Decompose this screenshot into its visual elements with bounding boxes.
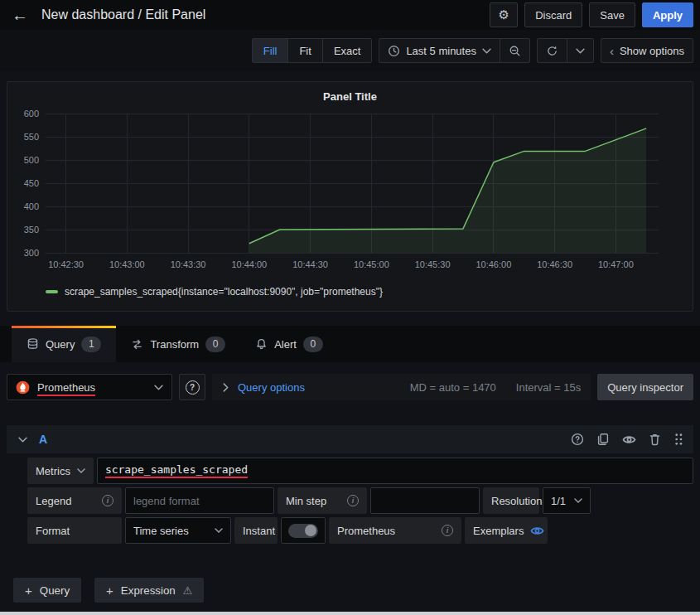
- clock-icon: [388, 45, 400, 57]
- view-mode-group: Fill Fit Exact: [252, 38, 373, 63]
- tab-alert[interactable]: Alert 0: [240, 326, 338, 362]
- editor-tabbar: Query 1 Transform 0 Alert 0: [0, 326, 700, 362]
- discard-button[interactable]: Discard: [524, 2, 582, 27]
- refresh-button[interactable]: [538, 39, 567, 62]
- min-step-field-label: Min step i: [278, 487, 367, 514]
- zoom-out-button[interactable]: [500, 39, 529, 62]
- view-mode-fit[interactable]: Fit: [287, 39, 321, 62]
- series-area-fill: [249, 128, 646, 253]
- legend-item[interactable]: scrape_samples_scraped{instance="localho…: [46, 286, 684, 298]
- delete-query-button[interactable]: [649, 433, 661, 446]
- metrics-label: Metrics: [36, 465, 70, 477]
- transform-icon: [131, 338, 143, 351]
- datasource-help-button[interactable]: ?: [179, 374, 205, 400]
- legend-format-input[interactable]: [133, 495, 266, 507]
- format-select[interactable]: Time series: [125, 517, 231, 544]
- chevron-down-icon: [574, 498, 582, 503]
- back-arrow-icon[interactable]: ←: [12, 7, 28, 23]
- legend-field-label: Legend i: [27, 487, 122, 514]
- x-axis-tick-label: 10:46:00: [476, 259, 511, 269]
- panel-settings-button[interactable]: ⚙: [490, 2, 518, 27]
- panel-preview: Panel Title 30035040045050055060010:42:3…: [7, 81, 693, 312]
- tab-query[interactable]: Query 1: [12, 326, 116, 362]
- view-mode-fill[interactable]: Fill: [253, 39, 288, 62]
- prometheus-logo-icon: [16, 380, 30, 395]
- time-series-chart: 30035040045050055060010:42:3010:43:0010:…: [16, 107, 684, 283]
- add-query-button[interactable]: + Query: [13, 578, 81, 603]
- collapse-chevron-icon: [18, 437, 27, 443]
- chevron-left-icon: ‹: [610, 44, 614, 58]
- info-icon[interactable]: i: [442, 525, 453, 536]
- trash-icon: [649, 433, 661, 446]
- y-axis-tick-label: 300: [24, 248, 39, 258]
- x-axis-tick-label: 10:44:00: [231, 259, 267, 269]
- metrics-dropdown[interactable]: Metrics: [27, 458, 94, 484]
- show-options-label: Show options: [620, 45, 684, 57]
- time-picker-group: Last 5 minutes: [379, 38, 530, 63]
- tab-query-count: 1: [81, 337, 101, 352]
- tab-transform-count: 0: [205, 337, 225, 352]
- chevron-down-icon: [482, 48, 491, 54]
- zoom-out-icon: [509, 45, 521, 57]
- view-mode-exact[interactable]: Exact: [322, 39, 372, 62]
- bell-icon: [255, 337, 268, 351]
- chevron-right-icon: [222, 383, 229, 392]
- prometheus-type-label: Prometheus i: [329, 517, 461, 544]
- query-row-card: A: [7, 425, 693, 544]
- x-axis-tick-label: 10:45:00: [354, 259, 389, 269]
- format-value: Time series: [133, 525, 208, 537]
- save-button[interactable]: Save: [589, 2, 635, 27]
- query-help-button[interactable]: [571, 433, 584, 446]
- query-row-header[interactable]: A: [7, 425, 693, 453]
- show-options-button[interactable]: ‹ Show options: [601, 39, 693, 62]
- add-expression-button[interactable]: + Expression ⚠: [94, 578, 204, 603]
- drag-handle[interactable]: [673, 433, 683, 446]
- query-options-label: Query options: [238, 381, 305, 394]
- info-icon[interactable]: i: [102, 495, 113, 506]
- help-circle-icon: [571, 433, 584, 446]
- toggle-track: [288, 524, 318, 538]
- apply-button[interactable]: Apply: [642, 2, 693, 27]
- metric-query-input[interactable]: scrape_samples_scraped: [97, 458, 693, 484]
- min-step-input[interactable]: [379, 495, 471, 507]
- exemplars-toggle-button[interactable]: [530, 525, 544, 536]
- app-header: ← New dashboard / Edit Panel ⚙ Discard S…: [0, 0, 700, 30]
- time-range-picker[interactable]: Last 5 minutes: [379, 39, 500, 62]
- y-axis-tick-label: 400: [24, 201, 39, 211]
- y-axis-tick-label: 450: [24, 178, 39, 188]
- x-axis-tick-label: 10:43:00: [109, 259, 145, 269]
- gear-icon: ⚙: [498, 7, 509, 22]
- instant-field-label: Instant: [234, 517, 278, 544]
- instant-toggle[interactable]: [281, 517, 326, 544]
- refresh-interval-dropdown[interactable]: [567, 39, 593, 62]
- x-axis-tick-label: 10:44:30: [292, 259, 328, 269]
- legend-format-field: [125, 487, 274, 514]
- tab-alert-label: Alert: [274, 338, 297, 351]
- chevron-down-icon: [154, 385, 163, 390]
- eye-icon: [622, 434, 636, 445]
- x-axis-tick-label: 10:47:00: [598, 259, 634, 269]
- max-data-points-value: MD = auto = 1470: [410, 381, 496, 394]
- datasource-picker[interactable]: Prometheus: [7, 374, 172, 400]
- query-inspector-button[interactable]: Query inspector: [597, 374, 693, 400]
- warning-icon: ⚠: [183, 584, 193, 597]
- tab-alert-count: 0: [303, 337, 323, 352]
- panel-toolbar: Fill Fit Exact Last 5 minutes: [0, 30, 700, 71]
- exemplars-eye-icon: [530, 525, 544, 536]
- bottom-edge-strip: [0, 612, 700, 615]
- page-title: New dashboard / Edit Panel: [41, 7, 205, 22]
- info-icon[interactable]: i: [347, 495, 359, 506]
- time-range-label: Last 5 minutes: [406, 45, 476, 57]
- refresh-group: [537, 38, 594, 63]
- query-editor-section: Prometheus ? Query options MD = auto = 1…: [0, 362, 700, 603]
- query-options-toggle[interactable]: Query options MD = auto = 1470 Interval …: [212, 374, 591, 400]
- tab-query-label: Query: [46, 338, 75, 351]
- tab-transform[interactable]: Transform 0: [116, 326, 240, 362]
- resolution-select[interactable]: 1/1: [543, 487, 591, 514]
- duplicate-query-button[interactable]: [596, 433, 610, 446]
- copy-icon: [596, 433, 610, 446]
- y-axis-tick-label: 500: [24, 155, 39, 165]
- legend-series-label: scrape_samples_scraped{instance="localho…: [65, 286, 383, 298]
- metric-query-value: scrape_samples_scraped: [105, 463, 248, 478]
- disable-query-button[interactable]: [622, 434, 636, 445]
